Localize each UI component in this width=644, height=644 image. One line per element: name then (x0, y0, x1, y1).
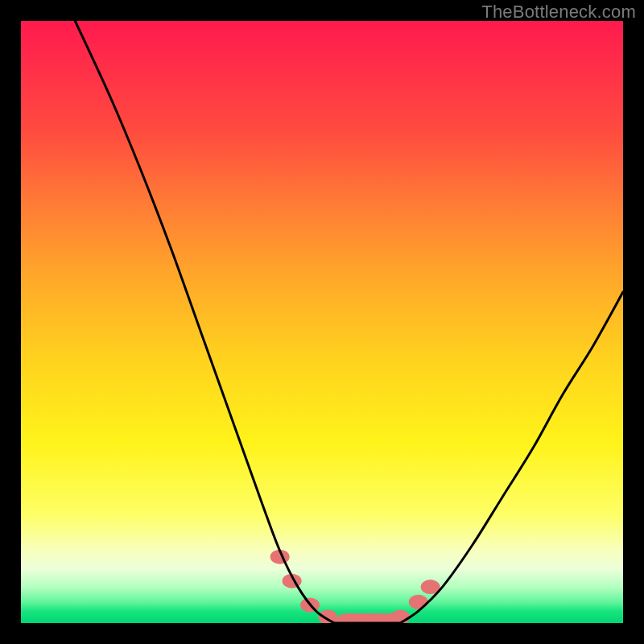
plot-area (21, 21, 623, 623)
valley-markers-group (270, 550, 440, 623)
right-curve-path (400, 292, 623, 623)
left-curve-path (75, 21, 334, 623)
valley-marker (409, 595, 428, 609)
valley-marker-bar (341, 613, 405, 623)
chart-svg (21, 21, 623, 623)
chart-frame: TheBottleneck.com (0, 0, 644, 644)
watermark-text: TheBottleneck.com (481, 2, 636, 23)
